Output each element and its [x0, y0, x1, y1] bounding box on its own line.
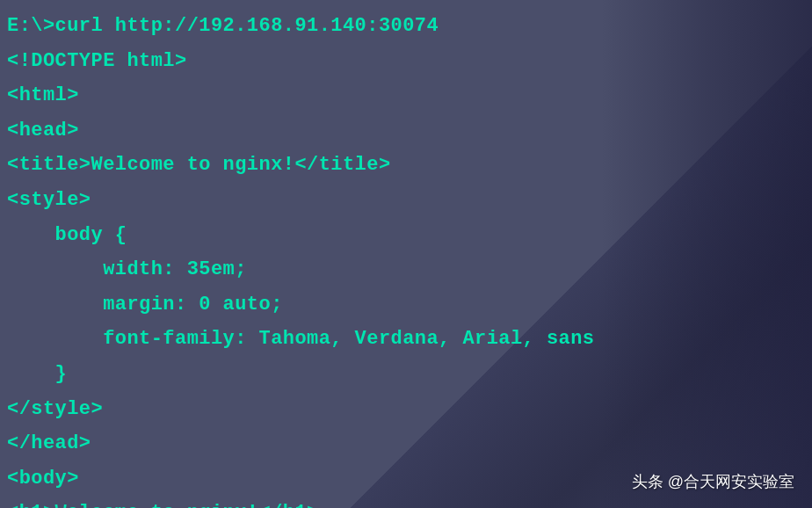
terminal-line: font-family: Tahoma, Verdana, Arial, san… [7, 322, 805, 357]
terminal-line: <!DOCTYPE html> [7, 44, 805, 79]
terminal-line: </style> [7, 392, 805, 427]
terminal-line: width: 35em; [7, 252, 805, 287]
terminal-window: E:\>curl http://192.168.91.140:30074<!DO… [0, 0, 812, 508]
terminal-line: <h1>Welcome to nginx!</h1> [7, 496, 805, 508]
watermark: 头条 @合天网安实验室 [632, 471, 794, 492]
terminal-line: <style> [7, 183, 805, 218]
terminal-line: <head> [7, 113, 805, 149]
terminal-content: E:\>curl http://192.168.91.140:30074<!DO… [0, 0, 812, 508]
terminal-line: <title>Welcome to nginx!</title> [7, 148, 805, 183]
terminal-line: E:\>curl http://192.168.91.140:30074 [7, 9, 805, 44]
terminal-line: margin: 0 auto; [7, 287, 805, 323]
terminal-line: <html> [7, 78, 805, 113]
terminal-line: } [7, 357, 805, 392]
terminal-line: body { [7, 218, 805, 253]
terminal-line: </head> [7, 426, 805, 461]
